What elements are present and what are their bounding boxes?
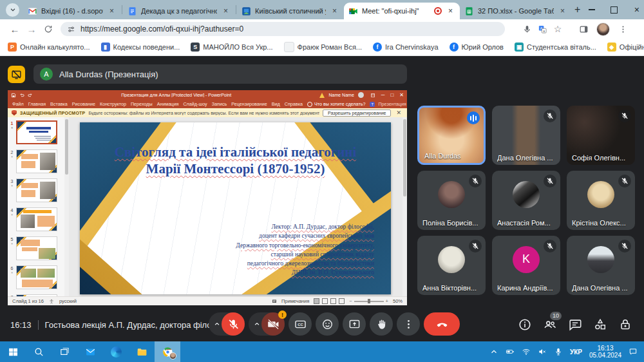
participant-tile[interactable]: Крістіна Олекс... [567, 171, 635, 230]
new-tab-button[interactable]: + [574, 1, 580, 18]
participant-tile[interactable]: Дана Олегівна ... [567, 236, 635, 295]
voice-search-icon[interactable] [519, 21, 535, 37]
captions-button[interactable]: CC [289, 312, 312, 336]
slide-thumbnail-row[interactable]: 6* [8, 265, 64, 289]
browser-tab[interactable]: Meet: "ofi-qxui-ihj"× [344, 3, 460, 19]
tab-close-button[interactable]: × [446, 6, 455, 16]
host-controls-button[interactable] [618, 318, 632, 332]
present-in-teams-button[interactable]: Презентация в Teams [378, 101, 407, 107]
enable-editing-button[interactable]: Разрешить редактирование [323, 110, 391, 117]
tab-search-button[interactable] [6, 3, 19, 17]
participant-tile[interactable]: Дана Олегівна ... [492, 106, 560, 165]
back-button[interactable]: ← [6, 21, 23, 37]
slide-thumbnail[interactable] [16, 265, 57, 289]
bookmark-item[interactable]: ▣Студентська віталь... [515, 43, 596, 52]
ppt-minimize-button[interactable]: ─ [381, 93, 385, 98]
ppt-menu-вид[interactable]: Вид [272, 101, 280, 107]
present-screen-button[interactable] [343, 312, 366, 336]
profile-avatar[interactable] [596, 23, 610, 36]
more-options-button[interactable] [397, 312, 420, 336]
participant-tile[interactable]: Alla Durdas [417, 106, 486, 165]
slide-thumbnail[interactable] [16, 236, 57, 260]
canvas-scrollbar[interactable] [402, 117, 407, 296]
address-bar[interactable]: https://meet.google.com/ofi-qxui-ihj?aut… [61, 22, 505, 36]
chat-panel-button[interactable] [568, 318, 582, 332]
bookmark-item[interactable]: fIra Chervinskaya [373, 43, 439, 52]
ppt-menu-вставка[interactable]: Вставка [50, 101, 68, 107]
language-switcher[interactable]: УКР [570, 348, 582, 356]
browser-tab[interactable]: Київський столичний унів× [237, 3, 344, 19]
ppt-tell-me[interactable]: Что вы хотите сделать? [307, 101, 365, 107]
microphone-tray-icon[interactable] [554, 347, 563, 356]
camera-off-button[interactable]: ! [261, 312, 285, 336]
save-icon[interactable] [11, 93, 16, 98]
zoom-level[interactable]: 50% [393, 298, 402, 304]
edge-browser-button[interactable] [103, 341, 129, 362]
slide-thumbnail-row[interactable]: 3* [8, 178, 64, 202]
bookmark-item[interactable]: SМАНОЙЛО Вся Укр... [191, 43, 272, 52]
presenter-banner[interactable]: A Alla Durdas (Презентація) [33, 64, 407, 84]
raise-hand-button[interactable] [370, 312, 393, 336]
redo-icon[interactable] [28, 93, 33, 98]
ppt-maximize-button[interactable]: □ [390, 93, 393, 98]
start-button[interactable] [0, 341, 26, 362]
zoom-slider[interactable]: −+ [349, 298, 388, 304]
window-close-button[interactable]: × [625, 0, 644, 19]
bookmark-item[interactable]: ▮Кодексы поведени... [101, 43, 180, 52]
slide-thumbnail-row[interactable]: 4* [8, 207, 64, 231]
view-switcher[interactable] [314, 298, 345, 304]
bookmark-item[interactable]: PОнлайн калькулято... [8, 43, 90, 52]
browser-menu-icon[interactable] [615, 21, 630, 37]
task-view-button[interactable] [52, 341, 77, 362]
participant-tile[interactable]: KКарина Андріїв... [492, 236, 560, 295]
people-panel-button[interactable]: 10 [543, 318, 557, 332]
browser-tab[interactable]: Вхідні (16) - d.sopova@kub× [23, 3, 121, 19]
ppt-menu-файл[interactable]: Файл [12, 101, 24, 107]
chrome-taskbar-button[interactable] [155, 341, 180, 362]
thumbnail-scrollbar[interactable] [64, 117, 69, 296]
tab-close-button[interactable]: × [558, 6, 567, 16]
slide-thumbnail-row[interactable]: 2* [8, 149, 64, 173]
ppt-close-button[interactable]: ✕ [399, 93, 404, 98]
ribbon-options-icon[interactable] [370, 93, 375, 98]
bookmark-star-icon[interactable]: ☆ [550, 21, 565, 37]
forward-button[interactable]: → [23, 21, 40, 37]
mic-options-chevron[interactable] [212, 321, 222, 327]
hidden-icons-chevron[interactable] [489, 347, 498, 356]
zoom-knob[interactable] [368, 299, 370, 303]
slide-thumbnail[interactable] [16, 207, 57, 231]
participant-tile[interactable]: Анна Вікторівн... [417, 236, 486, 295]
tab-close-button[interactable]: × [330, 6, 339, 16]
ppt-menu-справка[interactable]: Справка [285, 101, 303, 107]
mic-mute-button[interactable] [222, 312, 245, 336]
translate-icon[interactable]: Aa [535, 21, 550, 37]
taskbar-clock[interactable]: 16:13 05.04.2024 [589, 345, 621, 359]
presentation-off-button[interactable] [8, 66, 25, 83]
volume-muted-icon[interactable] [538, 347, 547, 356]
meeting-details-button[interactable] [518, 318, 532, 332]
ppt-account-avatar[interactable] [358, 92, 364, 98]
mail-app-button[interactable] [77, 341, 103, 362]
banner-close-icon[interactable]: ✕ [394, 110, 403, 116]
ppt-menu-рецензирование[interactable]: Рецензирование [231, 101, 267, 107]
ppt-menu-запись[interactable]: Запись [212, 101, 227, 107]
window-maximize-button[interactable] [603, 0, 625, 19]
participant-tile[interactable]: Поліна Борисів... [417, 171, 486, 230]
ppt-menu-анимация[interactable]: Анимация [157, 101, 179, 107]
language-indicator[interactable]: русский [59, 298, 77, 304]
leave-call-button[interactable] [424, 312, 460, 336]
ppt-menu-слайд-шоу[interactable]: Слайд-шоу [183, 101, 207, 107]
side-panel-icon[interactable] [576, 21, 591, 37]
participant-tile[interactable]: Софія Олегівн... [567, 106, 635, 165]
tab-close-button[interactable]: × [107, 6, 117, 16]
reload-button[interactable] [40, 21, 57, 37]
file-explorer-button[interactable] [129, 341, 155, 362]
slide-thumbnail-row[interactable]: 5* [8, 236, 64, 260]
reactions-button[interactable] [316, 312, 339, 336]
bookmark-item[interactable]: ◆Офіційний сайт Уп... [607, 43, 644, 52]
undo-icon[interactable] [19, 93, 24, 98]
slide-thumbnail[interactable] [16, 178, 57, 202]
tab-close-button[interactable]: × [221, 6, 231, 16]
notes-button[interactable]: Примечания [281, 298, 309, 304]
activities-button[interactable] [593, 318, 607, 332]
